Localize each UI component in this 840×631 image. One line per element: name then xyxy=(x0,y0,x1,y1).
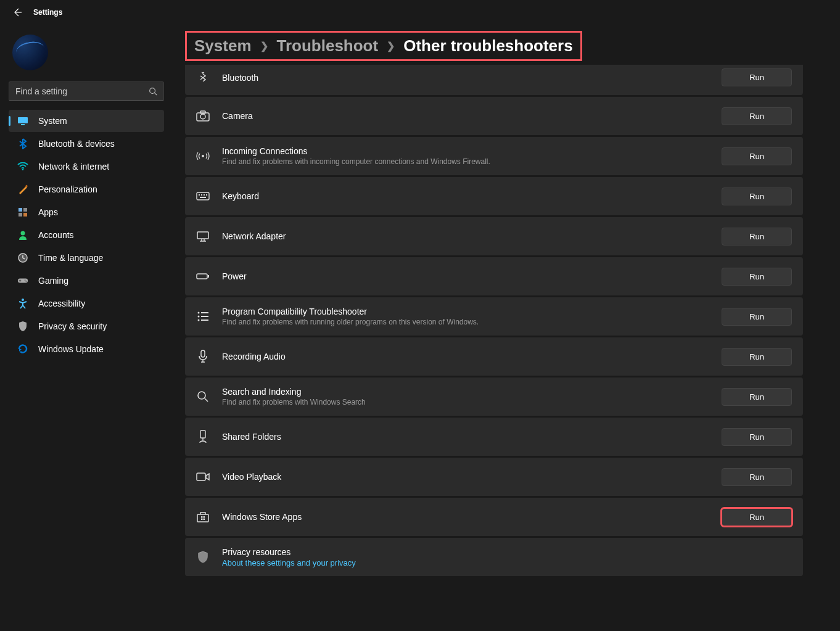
svg-point-9 xyxy=(21,231,25,236)
sidebar-item-label: System xyxy=(38,116,67,126)
breadcrumb-troubleshoot[interactable]: Troubleshoot xyxy=(277,36,379,56)
run-button[interactable]: Run xyxy=(722,268,792,286)
sidebar-item-gaming[interactable]: Gaming xyxy=(9,270,164,292)
svg-rect-23 xyxy=(206,194,207,196)
troubleshooter-recording-audio: Recording AudioRun xyxy=(185,337,803,376)
troubleshooter-desc: Find and fix problems with running older… xyxy=(222,318,709,326)
svg-rect-6 xyxy=(23,208,27,212)
svg-rect-16 xyxy=(200,111,205,113)
svg-point-32 xyxy=(198,320,200,321)
shield-icon xyxy=(17,321,28,332)
breadcrumb-current: Other troubleshooters xyxy=(403,36,572,56)
app-title: Settings xyxy=(33,8,62,17)
sidebar-item-time-language[interactable]: Time & language xyxy=(9,247,164,269)
svg-rect-8 xyxy=(23,213,27,217)
troubleshooter-power: PowerRun xyxy=(185,257,803,295)
sidebar-item-label: Privacy & security xyxy=(38,321,107,331)
back-icon[interactable] xyxy=(12,7,22,17)
store-icon xyxy=(196,510,210,524)
svg-rect-27 xyxy=(208,275,209,278)
svg-point-14 xyxy=(22,299,24,301)
troubleshooter-desc: Find and fix problems with Windows Searc… xyxy=(222,398,709,406)
troubleshooter-video-playback: Video PlaybackRun xyxy=(185,458,803,496)
svg-rect-1 xyxy=(18,117,28,123)
sidebar-item-personalization[interactable]: Personalization xyxy=(9,178,164,200)
svg-point-30 xyxy=(198,316,200,318)
svg-rect-39 xyxy=(201,516,203,518)
chevron-right-icon: ❯ xyxy=(260,40,268,52)
camera-icon xyxy=(196,109,210,123)
search-icon xyxy=(149,87,157,96)
troubleshooter-title: Search and Indexing xyxy=(222,387,709,397)
sidebar-item-label: Gaming xyxy=(38,276,68,286)
troubleshooter-desc: Find and fix problems with incoming comp… xyxy=(222,157,709,166)
sidebar-item-label: Accounts xyxy=(38,230,74,240)
troubleshooter-title: Video Playback xyxy=(222,472,709,482)
troubleshooter-bluetooth: BluetoothRun xyxy=(185,65,803,95)
run-button[interactable]: Run xyxy=(722,428,792,446)
troubleshooter-camera: CameraRun xyxy=(185,97,803,135)
run-button[interactable]: Run xyxy=(722,468,792,486)
svg-rect-33 xyxy=(201,320,208,321)
sidebar-item-apps[interactable]: Apps xyxy=(9,201,164,223)
privacy-resources-row: Privacy resources About these settings a… xyxy=(185,538,803,576)
sidebar-item-accounts[interactable]: Accounts xyxy=(9,224,164,246)
bluetooth-icon xyxy=(17,138,28,149)
troubleshooter-title: Camera xyxy=(222,111,709,121)
svg-point-3 xyxy=(22,169,24,171)
privacy-title: Privacy resources xyxy=(222,547,792,557)
sidebar-item-label: Time & language xyxy=(38,253,103,263)
update-icon xyxy=(17,344,28,355)
run-button[interactable]: Run xyxy=(722,188,792,205)
troubleshooter-keyboard: KeyboardRun xyxy=(185,177,803,215)
svg-rect-37 xyxy=(197,473,205,480)
svg-rect-7 xyxy=(19,213,22,217)
run-button[interactable]: Run xyxy=(722,107,792,125)
sidebar-item-bluetooth-devices[interactable]: Bluetooth & devices xyxy=(9,133,164,155)
troubleshooter-windows-store-apps: Windows Store AppsRun xyxy=(185,498,803,536)
sidebar-item-accessibility[interactable]: Accessibility xyxy=(9,292,164,315)
troubleshooter-title: Bluetooth xyxy=(222,73,709,83)
sidebar-item-system[interactable]: System xyxy=(9,110,164,132)
run-button[interactable]: Run xyxy=(722,348,792,366)
sidebar-item-windows-update[interactable]: Windows Update xyxy=(9,338,164,360)
svg-rect-21 xyxy=(201,194,202,196)
breadcrumb-system[interactable]: System xyxy=(194,36,252,56)
gamepad-icon xyxy=(17,275,28,286)
chevron-right-icon: ❯ xyxy=(387,40,395,52)
user-avatar[interactable] xyxy=(12,35,48,70)
svg-rect-29 xyxy=(201,312,208,313)
shield-icon xyxy=(196,550,210,564)
privacy-link[interactable]: About these settings and your privacy xyxy=(222,558,792,567)
svg-rect-2 xyxy=(21,124,25,125)
svg-rect-25 xyxy=(197,232,208,239)
sidebar-item-privacy-security[interactable]: Privacy & security xyxy=(9,315,164,337)
clock-icon xyxy=(17,252,28,263)
troubleshooter-title: Shared Folders xyxy=(222,432,709,442)
wifi-icon xyxy=(17,161,28,172)
search-input[interactable] xyxy=(15,86,149,96)
svg-point-35 xyxy=(198,392,205,399)
svg-point-13 xyxy=(26,281,27,282)
troubleshooter-incoming-connections: Incoming ConnectionsFind and fix problem… xyxy=(185,137,803,175)
run-button[interactable]: Run xyxy=(722,147,792,165)
brush-icon xyxy=(17,184,28,195)
svg-point-28 xyxy=(198,312,200,314)
svg-rect-42 xyxy=(204,519,205,521)
sidebar-item-label: Personalization xyxy=(38,184,97,194)
run-button[interactable]: Run xyxy=(722,308,792,326)
signal-icon xyxy=(196,149,210,163)
svg-rect-20 xyxy=(199,194,200,196)
shared-icon xyxy=(196,430,210,443)
run-button[interactable]: Run xyxy=(722,388,792,406)
sidebar-item-label: Network & internet xyxy=(38,162,109,171)
troubleshooter-title: Power xyxy=(222,271,709,281)
system-icon xyxy=(17,115,28,126)
run-button[interactable]: Run xyxy=(722,508,792,526)
main-content: System ❯ Troubleshoot ❯ Other troublesho… xyxy=(173,25,840,588)
sidebar-item-network-internet[interactable]: Network & internet xyxy=(9,155,164,178)
run-button[interactable]: Run xyxy=(722,68,792,86)
search-box[interactable] xyxy=(9,81,164,101)
svg-rect-24 xyxy=(200,197,206,198)
run-button[interactable]: Run xyxy=(722,228,792,245)
